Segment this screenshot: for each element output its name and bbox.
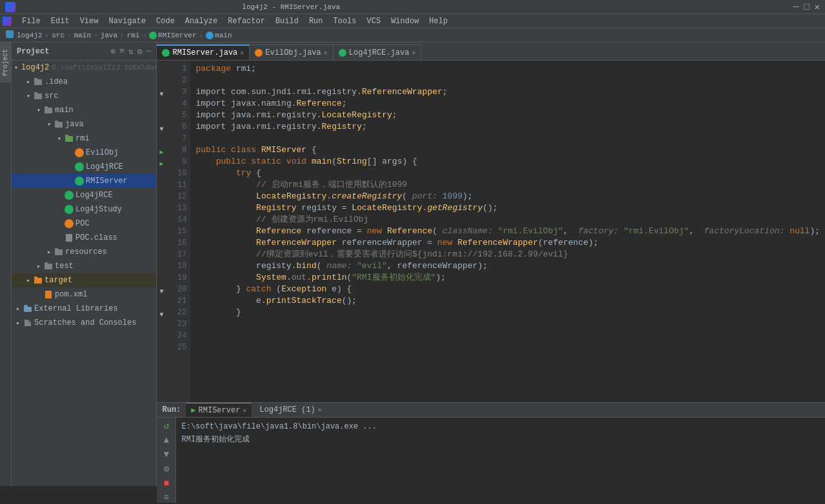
close-tab-evilobj[interactable]: ✕ (324, 49, 328, 57)
tab-label-evilobj: EvilObj.java (265, 48, 321, 57)
minimize-btn[interactable]: ─ (793, 2, 799, 12)
menu-item-help[interactable]: Help (424, 15, 453, 27)
breadcrumb: log4j2 › src › main › java › rmi › RMISe… (0, 28, 825, 43)
scroll-up-btn[interactable]: ▲ (164, 435, 169, 445)
left-tool-strip: Project (0, 43, 12, 486)
run-tab-label-log4jrce: Log4jRCE (1) (259, 405, 315, 414)
fold-gutter: ▼ ▼ ▶ ▶ ▼ (157, 61, 166, 402)
menu-item-analyze[interactable]: Analyze (180, 15, 223, 27)
locate-file-btn[interactable]: ⊕ (110, 46, 115, 57)
tab-rmiserver[interactable]: RMIServer.java ✕ (157, 44, 250, 60)
menu-item-run[interactable]: Run (304, 15, 328, 27)
settings-btn[interactable]: ⚙ (137, 46, 143, 57)
tab-label-log4jrce: Log4jRCE.java (349, 48, 410, 57)
run-label: Run: (162, 405, 181, 414)
svg-rect-16 (45, 264, 52, 269)
breadcrumb-main-icon (206, 32, 214, 39)
collapse-all-btn[interactable]: ≡ (119, 46, 124, 57)
svg-rect-15 (55, 248, 58, 250)
tab-evilobj[interactable]: EvilObj.java ✕ (250, 44, 333, 60)
breadcrumb-rmiserver-icon (149, 32, 157, 39)
scroll-down-btn[interactable]: ▼ (164, 449, 169, 460)
tree-item-poc[interactable]: ▸ POC (12, 217, 156, 231)
run-tab-log4jrce[interactable]: Log4jRCE (1) ✕ (254, 403, 326, 417)
tab-icon-log4jrce (339, 49, 346, 57)
breadcrumb-rmi[interactable]: rmi (127, 32, 140, 39)
close-run-tab-log4jrce[interactable]: ✕ (318, 406, 322, 414)
close-tab-log4jrce[interactable]: ✕ (412, 49, 415, 57)
svg-rect-7 (45, 108, 52, 113)
maximize-btn[interactable]: □ (804, 2, 809, 12)
menu-item-window[interactable]: Window (386, 15, 424, 27)
tree-item-scratches[interactable]: ▸ Scratches and Consoles (12, 316, 156, 330)
menu-item-tools[interactable]: Tools (328, 15, 362, 27)
breadcrumb-log4j2[interactable]: log4j2 (17, 32, 43, 39)
svg-rect-18 (34, 278, 42, 284)
sort-btn[interactable]: ⇅ (128, 46, 134, 57)
run-command: E:\soft\java\file\java1.8\bin\java.exe .… (181, 420, 820, 433)
tree-item-rmi[interactable]: ▾ rmi (12, 131, 156, 146)
tree-item-resources[interactable]: ▸ resources (12, 245, 156, 259)
svg-rect-3 (34, 79, 42, 85)
run-icon: ▶ (191, 405, 195, 415)
close-run-btn[interactable]: ≡ (164, 492, 169, 503)
breadcrumb-rmiserver[interactable]: RMIServer (158, 32, 196, 39)
run-panel: Run: ▶ RMIServer ✕ Log4jRCE (1) ✕ ↺ ▲ ▼ … (157, 402, 825, 486)
code-content[interactable]: package rmi; import com.sun.jndi.rmi.reg… (190, 61, 825, 402)
close-sidebar-btn[interactable]: ─ (146, 46, 152, 57)
stop-btn[interactable]: ■ (164, 478, 169, 489)
sidebar-tree: ▾ log4j2 E:\soft\IntelliJ IDEA\data\log4… (12, 61, 156, 486)
svg-rect-17 (45, 262, 48, 264)
tree-item-src[interactable]: ▾ src (12, 89, 156, 103)
tree-item-target[interactable]: ▸ target (12, 273, 156, 287)
run-content: E:\soft\java\file\java1.8\bin\java.exe .… (176, 418, 825, 503)
tree-item-evilobj[interactable]: ▸ EvilObj (12, 146, 156, 160)
title-bar: log4j2 - RMIServer.java ─ □ ✕ (0, 0, 825, 14)
tab-icon-evilobj (255, 49, 263, 57)
run-gutter: ↺ ▲ ▼ ⚙ ■ ≡ (157, 418, 176, 503)
menu-item-vcs[interactable]: VCS (362, 15, 386, 27)
svg-rect-12 (65, 135, 68, 137)
menu-item-code[interactable]: Code (151, 15, 180, 27)
close-tab-rmiserver[interactable]: ✕ (240, 49, 244, 57)
menu-item-refactor[interactable]: Refactor (223, 15, 270, 27)
project-vertical-tab[interactable]: Project (0, 43, 11, 82)
settings-run-btn[interactable]: ⚙ (164, 463, 169, 474)
close-run-tab-rmiserver[interactable]: ✕ (243, 407, 246, 414)
tree-item-idea[interactable]: ▸ .idea (12, 75, 156, 89)
tree-item-log4jrce2[interactable]: ▸ Log4jRCE (12, 188, 156, 202)
breadcrumb-java[interactable]: java (101, 32, 117, 39)
run-tab-rmiserver[interactable]: ▶ RMIServer ✕ (186, 403, 252, 417)
run-body: ↺ ▲ ▼ ⚙ ■ ≡ E:\soft\java\file\java1.8\bi… (157, 418, 825, 503)
breadcrumb-main[interactable]: main (74, 32, 91, 39)
svg-rect-13 (66, 234, 72, 242)
tree-item-main[interactable]: ▾ main (12, 103, 156, 117)
tab-log4jrce[interactable]: Log4jRCE.java ✕ (333, 44, 422, 60)
tree-item-java[interactable]: ▾ java (12, 117, 156, 131)
tree-item-pomxml[interactable]: ▸ pom.xml (12, 287, 156, 302)
tree-item-log4jstudy[interactable]: ▸ Log4jStudy (12, 202, 156, 217)
tree-item-rmiserver[interactable]: ▸ RMIServer (12, 174, 156, 188)
menu-item-file[interactable]: File (17, 15, 46, 27)
tree-item-test[interactable]: ▸ test (12, 259, 156, 273)
svg-rect-14 (55, 249, 63, 255)
close-btn[interactable]: ✕ (815, 1, 820, 12)
run-tab-label-rmiserver: RMIServer (199, 406, 241, 415)
svg-rect-8 (45, 106, 48, 108)
menu-item-edit[interactable]: Edit (46, 15, 75, 27)
tree-item-poc-class[interactable]: ▸ POC.class (12, 231, 156, 245)
svg-rect-20 (45, 291, 52, 298)
rerun-btn[interactable]: ↺ (164, 420, 169, 431)
breadcrumb-src[interactable]: src (52, 32, 65, 39)
breadcrumb-main-fn[interactable]: main (215, 32, 232, 39)
svg-rect-4 (34, 78, 37, 80)
menu-item-build[interactable]: Build (270, 15, 304, 27)
svg-rect-19 (34, 276, 37, 278)
menu-item-view[interactable]: View (75, 15, 104, 27)
svg-rect-9 (55, 122, 63, 128)
menu-item-navigate[interactable]: Navigate (103, 15, 151, 27)
code-editor[interactable]: ▼ ▼ ▶ ▶ ▼ (157, 61, 825, 402)
tree-item-log4j2[interactable]: ▾ log4j2 E:\soft\IntelliJ IDEA\data\log4 (12, 61, 156, 75)
tree-item-extlibs[interactable]: ▸ External Libraries (12, 302, 156, 316)
tree-item-log4jrce[interactable]: ▸ Log4jRCE (12, 160, 156, 174)
